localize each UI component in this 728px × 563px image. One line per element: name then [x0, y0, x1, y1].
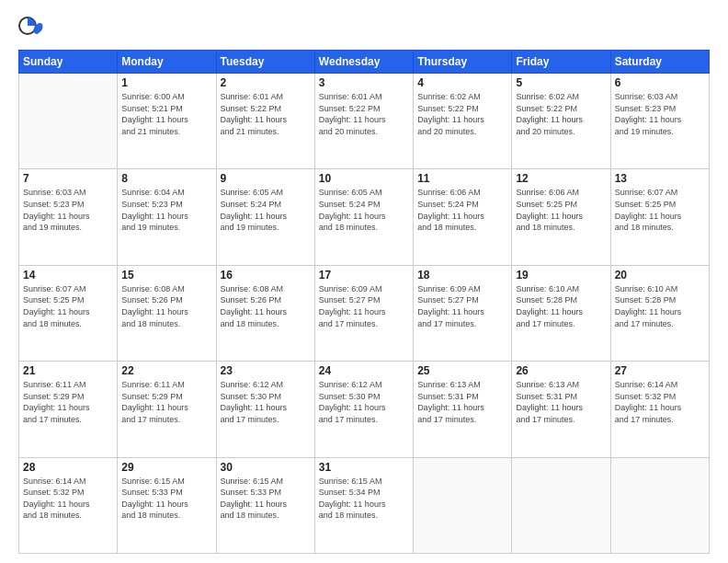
day-info: Sunrise: 6:05 AM Sunset: 5:24 PM Dayligh…: [221, 187, 311, 233]
calendar-cell: 25Sunrise: 6:13 AM Sunset: 5:31 PM Dayli…: [414, 362, 512, 457]
day-number: 25: [417, 364, 507, 377]
calendar-cell: 30Sunrise: 6:15 AM Sunset: 5:33 PM Dayli…: [216, 457, 314, 553]
day-info: Sunrise: 6:14 AM Sunset: 5:32 PM Dayligh…: [23, 476, 113, 522]
day-number: 18: [417, 269, 507, 282]
calendar-header-thursday: Thursday: [414, 51, 512, 74]
day-number: 17: [319, 269, 409, 282]
calendar-cell: 29Sunrise: 6:15 AM Sunset: 5:33 PM Dayli…: [118, 457, 216, 553]
calendar-cell: 20Sunrise: 6:10 AM Sunset: 5:28 PM Dayli…: [610, 265, 709, 361]
day-number: 6: [615, 76, 705, 89]
day-info: Sunrise: 6:06 AM Sunset: 5:24 PM Dayligh…: [417, 187, 507, 233]
calendar-cell: [414, 457, 512, 553]
day-number: 22: [121, 364, 211, 377]
calendar-cell: 5Sunrise: 6:02 AM Sunset: 5:22 PM Daylig…: [512, 74, 610, 169]
day-info: Sunrise: 6:14 AM Sunset: 5:32 PM Dayligh…: [615, 379, 705, 425]
day-number: 13: [615, 172, 705, 185]
day-number: 3: [319, 76, 409, 89]
day-info: Sunrise: 6:03 AM Sunset: 5:23 PM Dayligh…: [615, 91, 705, 137]
calendar-header-wednesday: Wednesday: [314, 51, 413, 74]
calendar-cell: 2Sunrise: 6:01 AM Sunset: 5:22 PM Daylig…: [216, 74, 314, 169]
calendar-cell: 15Sunrise: 6:08 AM Sunset: 5:26 PM Dayli…: [118, 265, 216, 361]
day-number: 28: [23, 461, 113, 474]
calendar-cell: 7Sunrise: 6:03 AM Sunset: 5:23 PM Daylig…: [19, 169, 118, 265]
day-info: Sunrise: 6:06 AM Sunset: 5:25 PM Dayligh…: [516, 187, 606, 233]
calendar-cell: 27Sunrise: 6:14 AM Sunset: 5:32 PM Dayli…: [610, 362, 709, 457]
day-info: Sunrise: 6:09 AM Sunset: 5:27 PM Dayligh…: [417, 283, 507, 329]
day-info: Sunrise: 6:02 AM Sunset: 5:22 PM Dayligh…: [417, 91, 507, 137]
day-number: 20: [615, 269, 705, 282]
day-number: 15: [121, 269, 211, 282]
day-info: Sunrise: 6:08 AM Sunset: 5:26 PM Dayligh…: [221, 283, 311, 329]
day-number: 12: [516, 172, 606, 185]
day-info: Sunrise: 6:08 AM Sunset: 5:26 PM Dayligh…: [121, 283, 211, 329]
day-info: Sunrise: 6:15 AM Sunset: 5:34 PM Dayligh…: [319, 476, 409, 522]
calendar-cell: 24Sunrise: 6:12 AM Sunset: 5:30 PM Dayli…: [314, 362, 413, 457]
day-info: Sunrise: 6:03 AM Sunset: 5:23 PM Dayligh…: [23, 187, 113, 233]
day-info: Sunrise: 6:15 AM Sunset: 5:33 PM Dayligh…: [221, 476, 311, 522]
calendar-header-monday: Monday: [118, 51, 216, 74]
day-info: Sunrise: 6:07 AM Sunset: 5:25 PM Dayligh…: [615, 187, 705, 233]
calendar-cell: 31Sunrise: 6:15 AM Sunset: 5:34 PM Dayli…: [314, 457, 413, 553]
calendar-cell: 3Sunrise: 6:01 AM Sunset: 5:22 PM Daylig…: [314, 74, 413, 169]
calendar-cell: [512, 457, 610, 553]
day-info: Sunrise: 6:11 AM Sunset: 5:29 PM Dayligh…: [121, 379, 211, 425]
day-number: 10: [319, 172, 409, 185]
day-info: Sunrise: 6:01 AM Sunset: 5:22 PM Dayligh…: [319, 91, 409, 137]
day-info: Sunrise: 6:02 AM Sunset: 5:22 PM Dayligh…: [516, 91, 606, 137]
calendar-header-friday: Friday: [512, 51, 610, 74]
calendar-cell: 11Sunrise: 6:06 AM Sunset: 5:24 PM Dayli…: [414, 169, 512, 265]
calendar-cell: 28Sunrise: 6:14 AM Sunset: 5:32 PM Dayli…: [19, 457, 118, 553]
calendar-week-row-1: 1Sunrise: 6:00 AM Sunset: 5:21 PM Daylig…: [19, 74, 710, 169]
day-number: 8: [121, 172, 211, 185]
calendar-cell: 23Sunrise: 6:12 AM Sunset: 5:30 PM Dayli…: [216, 362, 314, 457]
day-number: 14: [23, 269, 113, 282]
day-info: Sunrise: 6:15 AM Sunset: 5:33 PM Dayligh…: [121, 476, 211, 522]
calendar-week-row-3: 14Sunrise: 6:07 AM Sunset: 5:25 PM Dayli…: [19, 265, 710, 361]
calendar-week-row-2: 7Sunrise: 6:03 AM Sunset: 5:23 PM Daylig…: [19, 169, 710, 265]
day-info: Sunrise: 6:12 AM Sunset: 5:30 PM Dayligh…: [319, 379, 409, 425]
day-info: Sunrise: 6:13 AM Sunset: 5:31 PM Dayligh…: [417, 379, 507, 425]
calendar-cell: [19, 74, 118, 169]
day-number: 19: [516, 269, 606, 282]
day-info: Sunrise: 6:07 AM Sunset: 5:25 PM Dayligh…: [23, 283, 113, 329]
day-number: 23: [221, 364, 311, 377]
day-info: Sunrise: 6:11 AM Sunset: 5:29 PM Dayligh…: [23, 379, 113, 425]
day-number: 24: [319, 364, 409, 377]
calendar-cell: 26Sunrise: 6:13 AM Sunset: 5:31 PM Dayli…: [512, 362, 610, 457]
calendar-header-saturday: Saturday: [610, 51, 709, 74]
calendar-cell: 16Sunrise: 6:08 AM Sunset: 5:26 PM Dayli…: [216, 265, 314, 361]
calendar-cell: 21Sunrise: 6:11 AM Sunset: 5:29 PM Dayli…: [19, 362, 118, 457]
logo-icon: [18, 17, 44, 42]
calendar-cell: 1Sunrise: 6:00 AM Sunset: 5:21 PM Daylig…: [118, 74, 216, 169]
day-number: 9: [221, 172, 311, 185]
day-info: Sunrise: 6:12 AM Sunset: 5:30 PM Dayligh…: [221, 379, 311, 425]
day-number: 27: [615, 364, 705, 377]
day-number: 2: [221, 76, 311, 89]
calendar-cell: 22Sunrise: 6:11 AM Sunset: 5:29 PM Dayli…: [118, 362, 216, 457]
day-number: 26: [516, 364, 606, 377]
day-number: 16: [221, 269, 311, 282]
calendar-cell: 6Sunrise: 6:03 AM Sunset: 5:23 PM Daylig…: [610, 74, 709, 169]
calendar-table: SundayMondayTuesdayWednesdayThursdayFrid…: [18, 50, 710, 554]
calendar-header-row: SundayMondayTuesdayWednesdayThursdayFrid…: [19, 51, 710, 74]
calendar-cell: 10Sunrise: 6:05 AM Sunset: 5:24 PM Dayli…: [314, 169, 413, 265]
day-number: 31: [319, 461, 409, 474]
calendar-cell: 18Sunrise: 6:09 AM Sunset: 5:27 PM Dayli…: [414, 265, 512, 361]
calendar-cell: 4Sunrise: 6:02 AM Sunset: 5:22 PM Daylig…: [414, 74, 512, 169]
calendar-cell: 8Sunrise: 6:04 AM Sunset: 5:23 PM Daylig…: [118, 169, 216, 265]
calendar-cell: 14Sunrise: 6:07 AM Sunset: 5:25 PM Dayli…: [19, 265, 118, 361]
day-info: Sunrise: 6:04 AM Sunset: 5:23 PM Dayligh…: [121, 187, 211, 233]
calendar-cell: 9Sunrise: 6:05 AM Sunset: 5:24 PM Daylig…: [216, 169, 314, 265]
day-number: 7: [23, 172, 113, 185]
day-number: 11: [417, 172, 507, 185]
calendar-week-row-4: 21Sunrise: 6:11 AM Sunset: 5:29 PM Dayli…: [19, 362, 710, 457]
calendar-header-sunday: Sunday: [19, 51, 118, 74]
day-info: Sunrise: 6:05 AM Sunset: 5:24 PM Dayligh…: [319, 187, 409, 233]
calendar-week-row-5: 28Sunrise: 6:14 AM Sunset: 5:32 PM Dayli…: [19, 457, 710, 553]
day-number: 29: [121, 461, 211, 474]
day-info: Sunrise: 6:10 AM Sunset: 5:28 PM Dayligh…: [615, 283, 705, 329]
calendar-cell: 12Sunrise: 6:06 AM Sunset: 5:25 PM Dayli…: [512, 169, 610, 265]
day-info: Sunrise: 6:01 AM Sunset: 5:22 PM Dayligh…: [221, 91, 311, 137]
calendar-cell: 17Sunrise: 6:09 AM Sunset: 5:27 PM Dayli…: [314, 265, 413, 361]
day-number: 5: [516, 76, 606, 89]
